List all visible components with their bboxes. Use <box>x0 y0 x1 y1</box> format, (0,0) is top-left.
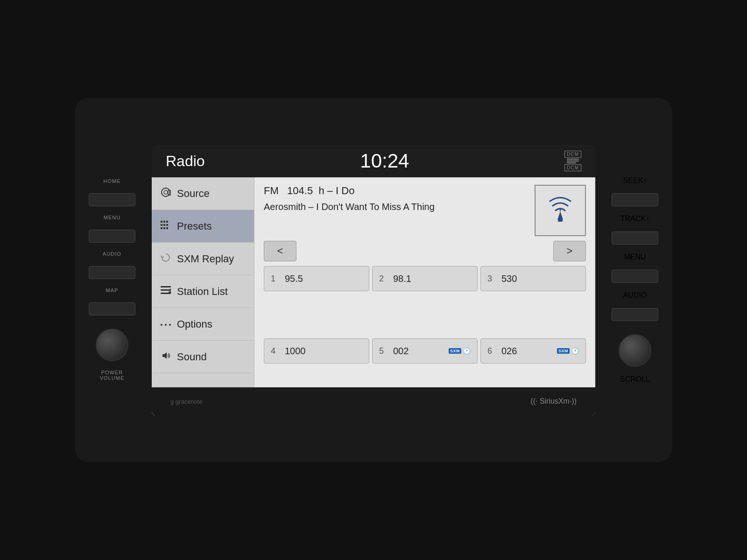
preset-1[interactable]: 1 95.5 <box>264 266 369 291</box>
right-menu-button[interactable] <box>612 270 658 283</box>
preset-2-value: 98.1 <box>393 273 411 284</box>
arrows-row: < > <box>264 241 586 261</box>
preset-5-num: 5 <box>379 346 387 356</box>
scroll-label: SCROLL <box>620 375 650 384</box>
seek-label: SEEK↑ <box>623 176 647 185</box>
dcm-badge: DCM DCM <box>564 151 581 171</box>
bottom-strip: g gracenote ((· SiriusXm·)) <box>152 387 595 415</box>
svg-rect-9 <box>161 227 162 229</box>
preset-4[interactable]: 4 1000 <box>264 338 369 364</box>
right-audio-button[interactable] <box>612 308 658 321</box>
preset-3-value: 530 <box>501 273 517 284</box>
station-list-label: Station List <box>177 286 228 298</box>
sound-label: Sound <box>177 351 207 363</box>
svg-marker-19 <box>162 352 167 359</box>
svg-point-16 <box>161 324 162 326</box>
nav-item-presets[interactable]: Presets <box>152 210 254 243</box>
screen-title: Radio <box>166 153 205 170</box>
screen: Radio 10:24 DCM DCM Source <box>152 145 595 415</box>
svg-rect-3 <box>161 221 162 223</box>
svg-point-18 <box>169 324 171 326</box>
svg-rect-12 <box>161 286 171 287</box>
presets-grid: 1 95.5 2 98.1 3 530 4 1000 <box>264 266 586 408</box>
clock-display: 10:24 <box>360 150 409 172</box>
nav-panel: Source Presets SXM Replay <box>152 177 254 415</box>
svg-rect-7 <box>163 224 165 226</box>
svg-rect-5 <box>166 221 168 223</box>
scroll-knob[interactable] <box>619 334 651 367</box>
dcm-lines <box>567 159 579 163</box>
track-button[interactable] <box>612 231 658 245</box>
dcm-box-bottom: DCM <box>564 164 581 171</box>
svg-rect-10 <box>163 227 165 229</box>
preset-5-value: 002 <box>393 346 409 357</box>
preset-4-num: 4 <box>271 346 278 356</box>
sxm-replay-label: SXM Replay <box>177 253 234 265</box>
options-icon <box>159 319 172 329</box>
power-label: POWERVOLUME <box>100 370 124 381</box>
preset-4-value: 1000 <box>285 346 306 357</box>
clock-icon-5: 🕐 <box>463 347 471 355</box>
screen-header: Radio 10:24 DCM DCM <box>152 145 595 177</box>
radio-icon-box <box>535 185 586 236</box>
radio-tower-icon <box>542 192 579 229</box>
source-label: Source <box>177 188 210 200</box>
siriusxm-logo: ((· SiriusXm·)) <box>530 397 577 406</box>
dcm-box-top: DCM <box>564 151 581 158</box>
preset-2-num: 2 <box>379 274 387 284</box>
preset-6-icons: SXM 🕐 <box>557 347 579 355</box>
preset-6-value: 026 <box>501 346 517 357</box>
menu-button[interactable] <box>89 230 135 243</box>
car-unit: HOME MENU AUDIO MAP POWERVOLUME SEEK↑ TR… <box>75 98 672 462</box>
nav-item-station-list[interactable]: Station List <box>152 275 254 308</box>
preset-3[interactable]: 3 530 <box>480 266 586 291</box>
sxm-badge-6: SXM <box>557 348 570 354</box>
home-button[interactable] <box>89 193 135 206</box>
song-title: I Don't Want To Miss A Thing <box>316 202 435 212</box>
preset-5[interactable]: 5 002 SXM 🕐 <box>372 338 478 364</box>
right-audio-label: AUDIO <box>623 291 647 300</box>
svg-rect-4 <box>163 221 165 223</box>
svg-rect-8 <box>166 224 168 226</box>
nav-item-sxm-replay[interactable]: SXM Replay <box>152 243 254 275</box>
nav-item-sound[interactable]: Sound <box>152 341 254 373</box>
preset-6[interactable]: 6 026 SXM 🕐 <box>480 338 586 364</box>
left-button-panel: HOME MENU AUDIO MAP POWERVOLUME <box>89 178 135 382</box>
right-menu-label: MENU <box>624 253 646 261</box>
menu-btn-label: MENU <box>104 215 120 220</box>
map-button[interactable] <box>89 302 135 315</box>
audio-button[interactable] <box>89 266 135 279</box>
station-list-icon <box>159 286 172 297</box>
station-text: FM 104.5 h – I Do Aerosmith – I Don't Wa… <box>264 185 527 213</box>
home-btn-label: HOME <box>104 178 121 184</box>
preset-3-num: 3 <box>487 274 495 284</box>
presets-label: Presets <box>177 220 212 232</box>
map-btn-label: MAP <box>106 287 119 293</box>
sxm-badge-5: SXM <box>449 348 461 354</box>
sxm-replay-icon <box>159 252 172 265</box>
next-arrow-button[interactable]: > <box>553 241 586 261</box>
gracenote-logo: g gracenote <box>170 398 203 405</box>
svg-point-17 <box>165 324 167 326</box>
preset-5-icons: SXM 🕐 <box>449 347 471 355</box>
svg-point-1 <box>164 190 168 194</box>
song-info: Aerosmith – I Don't Want To Miss A Thing <box>264 201 527 213</box>
svg-rect-6 <box>161 224 162 226</box>
screen-body: Source Presets SXM Replay <box>152 177 595 415</box>
presets-icon <box>159 221 172 231</box>
content-panel: FM 104.5 h – I Do Aerosmith – I Don't Wa… <box>254 177 595 415</box>
fm-frequency: FM 104.5 h – I Do <box>264 185 527 197</box>
preset-1-num: 1 <box>271 274 278 284</box>
prev-arrow-button[interactable]: < <box>264 241 296 261</box>
preset-2[interactable]: 2 98.1 <box>372 266 478 291</box>
volume-knob[interactable] <box>96 329 128 361</box>
song-separator: – <box>309 202 317 212</box>
station-info-row: FM 104.5 h – I Do Aerosmith – I Don't Wa… <box>264 185 586 236</box>
clock-icon-6: 🕐 <box>571 347 579 355</box>
nav-item-source[interactable]: Source <box>152 177 254 210</box>
right-button-panel: SEEK↑ TRACK↑ MENU AUDIO SCROLL <box>612 176 658 384</box>
nav-item-options[interactable]: Options <box>152 308 254 341</box>
svg-rect-11 <box>166 227 168 229</box>
source-icon <box>159 187 172 200</box>
seek-button[interactable] <box>612 193 658 206</box>
